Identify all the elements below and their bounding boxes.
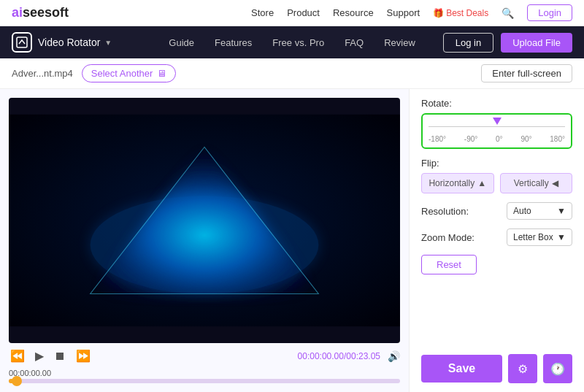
store-link[interactable]: Store [251,7,274,18]
time-display: 00:00:00.00/00:23.05 [298,351,380,361]
slider-line [429,126,565,127]
label-minus90: -90° [464,135,477,143]
main-content: Adver...nt.mp4 Select Another 🖥 Enter fu… [0,58,584,392]
logo: aiseesoft [12,5,69,20]
time-label: 00:00:00.00 [9,369,400,377]
file-bar: Adver...nt.mp4 Select Another 🖥 Enter fu… [0,58,584,89]
app-icon-svg [16,36,28,48]
reset-button[interactable]: Reset [421,255,477,274]
resolution-dropdown-arrow: ▼ [557,206,566,216]
app-toolbar: Video Rotator ▼ Guide Features Free vs. … [0,26,584,58]
zoom-mode-select[interactable]: Letter Box ▼ [507,228,572,246]
top-nav-links: Store Product Resource Support 🎁 Best De… [251,4,572,21]
timeline-bar[interactable] [9,379,400,383]
save-button[interactable]: Save [421,355,502,383]
monitor-icon: 🖥 [157,68,166,79]
select-another-label: Select Another [91,68,153,79]
best-deals-link[interactable]: 🎁 Best Deals [433,8,488,18]
flip-horizontal-label: Horizontally [429,178,474,188]
fullscreen-button[interactable]: Enter full-screen [481,64,572,82]
label-plus90: 90° [520,135,531,143]
play-button[interactable]: ▶ [34,347,45,364]
fast-forward-button[interactable]: ⏩ [74,347,92,364]
app-login-button[interactable]: Log in [443,33,493,53]
stop-button[interactable]: ⏹ [53,348,67,364]
resolution-label: Resolution: [421,206,469,217]
flip-vertical-icon: ◀ [552,178,558,188]
select-another-button[interactable]: Select Another 🖥 [82,64,177,82]
support-link[interactable]: Support [387,7,420,18]
label-plus180: 180° [550,135,565,143]
zoom-mode-row: Zoom Mode: Letter Box ▼ [421,228,572,246]
save-settings-button[interactable]: ⚙ [508,354,537,383]
gear-icon: ⚙ [518,362,528,376]
resource-link[interactable]: Resource [333,7,374,18]
logo-area: aiseesoft [12,5,69,20]
filename-label: Adver...nt.mp4 [12,68,73,79]
app-logo-area: Video Rotator ▼ [12,32,112,53]
features-link[interactable]: Features [215,37,252,48]
flip-section: Flip: Horizontally ▲ Vertically ◀ [421,158,572,193]
clock-icon: 🕐 [550,362,565,376]
resolution-value: Auto [513,206,531,216]
video-preview [9,98,400,343]
volume-icon[interactable]: 🔊 [388,350,400,362]
app-icon [12,32,32,53]
flip-horizontal-icon: ▲ [477,178,486,188]
save-bar: Save ⚙ 🕐 [421,345,572,383]
video-container [9,98,400,343]
save-history-button[interactable]: 🕐 [543,354,572,383]
svg-rect-0 [17,37,27,47]
resolution-select[interactable]: Auto ▼ [507,202,572,220]
timeline-area: 00:00:00.00 [9,369,400,383]
file-bar-left: Adver...nt.mp4 Select Another 🖥 [12,64,176,82]
logo-seesoft: seesoft [23,5,69,20]
login-button[interactable]: Login [527,4,572,21]
top-nav: aiseesoft Store Product Resource Support… [0,0,584,26]
flip-buttons: Horizontally ▲ Vertically ◀ [421,173,572,193]
zoom-mode-dropdown-arrow: ▼ [557,232,566,242]
app-toolbar-right: Log in Upload File [443,33,572,53]
timeline-handle[interactable] [12,376,22,386]
app-title[interactable]: Video Rotator ▼ [38,36,112,48]
rotate-section: Rotate: -180° -90° 0° 90° 180° [421,98,572,149]
guide-link[interactable]: Guide [169,37,194,48]
flip-horizontal-button[interactable]: Horizontally ▲ [421,173,494,193]
review-link[interactable]: Review [384,37,415,48]
app-title-dropdown-arrow: ▼ [104,39,112,47]
resolution-row: Resolution: Auto ▼ [421,202,572,220]
video-panel: ⏪ ▶ ⏹ ⏩ 00:00:00.00/00:23.05 🔊 00:00:00.… [0,89,409,392]
label-0: 0° [496,135,503,143]
right-panel: Rotate: -180° -90° 0° 90° 180° [409,89,584,392]
faq-link[interactable]: FAQ [345,37,364,48]
free-vs-pro-link[interactable]: Free vs. Pro [272,37,324,48]
search-icon[interactable]: 🔍 [502,7,514,19]
rotate-slider-container[interactable]: -180° -90° 0° 90° 180° [421,113,572,149]
rotate-slider-track [429,119,565,134]
zoom-mode-label: Zoom Mode: [421,232,474,243]
rotate-label: Rotate: [421,98,452,109]
flip-label: Flip: [421,158,572,169]
rewind-button[interactable]: ⏪ [9,347,26,364]
zoom-mode-value: Letter Box [513,232,553,242]
label-minus180: -180° [429,135,446,143]
product-link[interactable]: Product [287,7,320,18]
flip-vertical-button[interactable]: Vertically ◀ [500,173,573,193]
flip-vertical-label: Vertically [514,178,549,188]
panels: ⏪ ▶ ⏹ ⏩ 00:00:00.00/00:23.05 🔊 00:00:00.… [0,89,584,392]
logo-ai: ai [12,5,23,20]
video-controls: ⏪ ▶ ⏹ ⏩ 00:00:00.00/00:23.05 🔊 [9,343,400,367]
upload-file-button[interactable]: Upload File [501,33,572,53]
rotate-labels: -180° -90° 0° 90° 180° [429,135,565,143]
app-nav-links: Guide Features Free vs. Pro FAQ Review [141,37,443,48]
rotate-handle[interactable] [493,118,502,125]
